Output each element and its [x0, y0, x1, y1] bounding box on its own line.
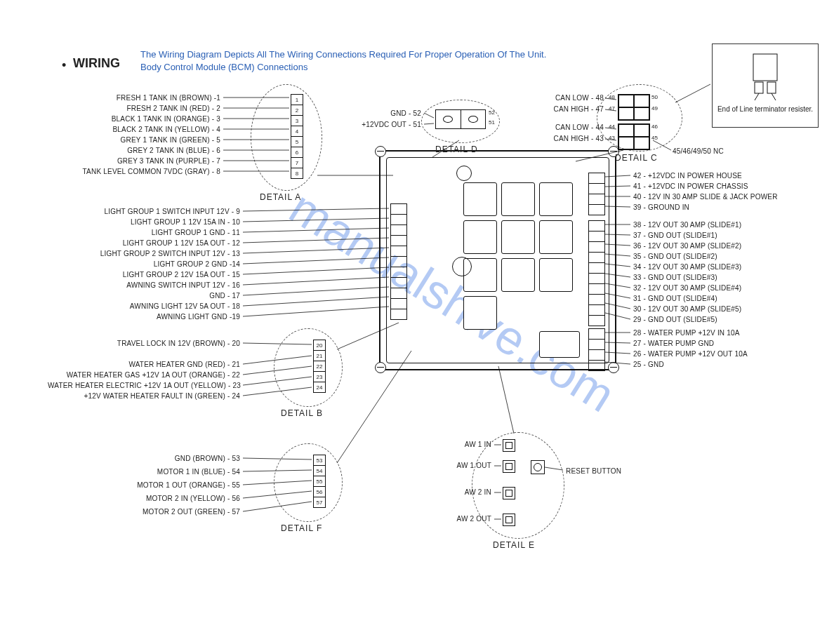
label: MOTOR 1 IN (BLUE) - 54 — [102, 468, 240, 476]
relay — [463, 182, 497, 216]
label: TRAVEL LOCK IN 12V (BROWN) - 20 — [48, 340, 240, 347]
label: GREY 3 TANK IN (PURPLE) - 7 — [62, 157, 220, 165]
screw-icon — [608, 362, 619, 373]
label: AWNING SWITCH INPUT 12V - 16 — [62, 281, 240, 289]
label: 36 - 12V OUT 30 AMP (SLIDE#2) — [633, 242, 830, 250]
label: 30 - 12V OUT 30 AMP (SLIDE#5) — [633, 305, 830, 313]
label: BLACK 1 TANK IN (ORANGE) - 3 — [62, 115, 220, 123]
label: GND - 17 — [62, 292, 240, 300]
detail-c-connector-top — [618, 94, 650, 121]
svg-line-36 — [243, 287, 389, 295]
pin: 47 — [609, 105, 615, 112]
label: 37 - GND OUT (SLIDE#1) — [633, 232, 830, 239]
svg-line-30 — [243, 228, 389, 232]
label: 27 - WATER PUMP GND — [633, 340, 830, 347]
svg-line-33 — [243, 257, 389, 264]
detail-f-ellipse — [274, 443, 343, 522]
label: 33 - GND OUT (SLIDE#3) — [633, 274, 830, 281]
desc-line2: Body Control Module (BCM) Connections — [140, 62, 307, 72]
resistor-box: End of Line terminator resister. — [712, 43, 819, 128]
detail-e-label: DETAIL E — [493, 540, 535, 550]
label: WATER HEATER ELECTRIC +12V 1A OUT (YELLO… — [48, 382, 240, 389]
lbl-canlow48: CAN LOW - 48 — [501, 94, 604, 102]
svg-line-37 — [243, 297, 389, 306]
relay — [539, 331, 580, 358]
detail-b-label: DETAIL B — [281, 408, 323, 418]
label: LIGHT GROUP 1 SWITCH INPUT 12V - 9 — [62, 208, 240, 215]
pin: 43 — [609, 135, 615, 141]
relay — [539, 182, 573, 216]
relay — [463, 220, 497, 254]
label: LIGHT GROUP 2 12V 15A OUT - 15 — [62, 271, 240, 279]
svg-line-3 — [755, 93, 759, 100]
svg-line-28 — [243, 208, 389, 211]
svg-line-34 — [243, 267, 389, 274]
label: FRESH 1 TANK IN (BROWN) -1 — [62, 94, 220, 102]
label: 35 - GND OUT (SLIDE#2) — [633, 253, 830, 260]
lbl-aw1out: AW 1 OUT — [393, 462, 491, 469]
label: AWNING LIGHT GND -19 — [62, 313, 240, 321]
aw-terminal — [503, 514, 515, 526]
detail-a-ellipse — [251, 84, 322, 191]
bcm-module — [379, 150, 616, 370]
aw-terminal — [503, 487, 515, 499]
label: 25 - GND — [633, 361, 830, 368]
page-title: WIRING — [73, 56, 120, 71]
label: MOTOR 2 IN (YELLOW) - 56 — [102, 495, 240, 502]
label: GREY 2 TANK IN (BLUE) - 6 — [62, 147, 220, 154]
relay — [539, 220, 573, 254]
label: 34 - 12V OUT 30 AMP (SLIDE#3) — [633, 263, 830, 271]
label: 40 - 12V IN 30 AMP SLIDE & JACK POWER — [633, 193, 830, 201]
lbl-aw2in: AW 2 IN — [393, 488, 491, 496]
label: LIGHT GROUP 1 12V 15A OUT - 12 — [62, 239, 240, 247]
detail-f-label: DETAIL F — [281, 523, 322, 533]
detail-c-connector-bot — [618, 123, 650, 150]
label: 42 - +12VDC IN POWER HOUSE — [633, 172, 830, 180]
label: LIGHT GROUP 1 12V 15A IN - 10 — [62, 218, 240, 226]
label: GREY 1 TANK IN (GREEN) - 5 — [62, 136, 220, 144]
label: 32 - 12V OUT 30 AMP (SLIDE#4) — [633, 284, 830, 292]
reset-button[interactable] — [531, 460, 545, 474]
label: LIGHT GROUP 1 GND - 11 — [62, 229, 240, 236]
screw-icon — [375, 362, 386, 373]
detail-f-connector: 5354 5556 57 — [313, 455, 326, 508]
label: AWNING LIGHT 12V 5A OUT - 18 — [62, 302, 240, 310]
lbl-gnd-52: GND - 52 — [267, 109, 421, 117]
label: BLACK 2 TANK IN (YELLOW) - 4 — [62, 126, 220, 133]
pin: 50 — [651, 94, 658, 100]
bullet: • — [62, 58, 66, 73]
lbl-aw1in: AW 1 IN — [393, 441, 491, 448]
pin: 45 — [651, 135, 658, 141]
pin: 48 — [609, 94, 615, 100]
svg-line-29 — [243, 218, 389, 222]
relay — [501, 258, 535, 292]
detail-a-connector: 12 34 56 78 — [291, 94, 303, 179]
pin-52: 52 — [489, 109, 495, 116]
svg-line-35 — [243, 277, 389, 285]
relay — [501, 220, 535, 254]
label: GND (BROWN) - 53 — [102, 455, 240, 462]
lbl-canhigh43: CAN HIGH - 43 — [501, 135, 604, 142]
terminal-strip-right-top — [588, 173, 605, 215]
label: LIGHT GROUP 2 GND -14 — [62, 260, 240, 268]
dial-icon — [456, 166, 472, 181]
lbl-canhigh47: CAN HIGH - 47 — [501, 105, 604, 113]
label: 26 - WATER PUMP +12V OUT 10A — [633, 350, 830, 358]
nc-note: 45/46/49/50 NC — [673, 147, 724, 155]
lbl-aw2out: AW 2 OUT — [393, 515, 491, 523]
label: WATER HEATER GND (RED) - 21 — [48, 361, 240, 368]
label: +12V WATER HEATER FAULT IN (GREEN) - 24 — [48, 392, 240, 400]
svg-rect-2 — [767, 82, 776, 93]
label: LIGHT GROUP 2 SWITCH INPUT 12V - 13 — [62, 250, 240, 257]
relay — [539, 258, 573, 292]
screw-icon — [375, 146, 386, 157]
detail-a-label: DETAIL A — [260, 192, 301, 202]
lbl-canlow44: CAN LOW - 44 — [501, 123, 604, 131]
svg-line-4 — [772, 93, 776, 100]
label: WATER HEATER GAS +12V 1A OUT (ORANGE) - … — [48, 371, 240, 379]
desc-line1: The Wiring Diagram Depicts All The Wirin… — [140, 49, 546, 60]
label: 39 - GROUND IN — [633, 203, 830, 211]
label: 38 - 12V OUT 30 AMP (SLIDE#1) — [633, 221, 830, 229]
terminal-strip-right-low — [588, 328, 605, 371]
reset-label: RESET BUTTON — [566, 467, 621, 475]
